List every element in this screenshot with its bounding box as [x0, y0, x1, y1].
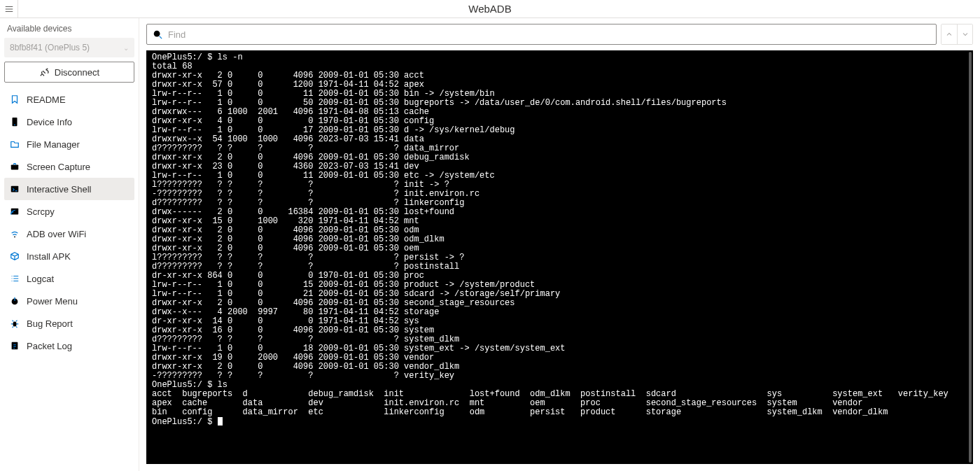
scrollbar-thumb[interactable]	[969, 52, 972, 463]
list-icon	[10, 274, 20, 283]
find-input-wrap[interactable]	[146, 24, 937, 45]
terminal[interactable]: OnePlus5:/ $ ls -n total 68 drwxr-xr-x 2…	[146, 50, 973, 464]
sidebar-item-adb-over-wifi[interactable]: ADB over WiFi	[4, 223, 134, 245]
terminal-icon	[10, 184, 20, 194]
svg-rect-3	[11, 186, 19, 192]
app-title: WebADB	[468, 3, 511, 15]
sidebar-item-readme[interactable]: README	[4, 88, 134, 111]
chevron-up-icon	[945, 30, 953, 38]
sidebar-item-logcat[interactable]: Logcat	[4, 267, 134, 290]
sidebar-item-screen-capture[interactable]: Screen Capture	[4, 155, 134, 178]
search-icon	[153, 29, 162, 39]
sidebar-item-device-info[interactable]: Device Info	[4, 111, 134, 133]
top-bar: WebADB	[0, 0, 980, 18]
hamburger-menu-button[interactable]	[0, 0, 18, 18]
cast-icon	[10, 206, 20, 216]
sidebar-item-label: Screen Capture	[27, 162, 90, 172]
device-selected-label: 8bfb8f41 (OnePlus 5)	[10, 43, 90, 52]
folder-icon	[10, 139, 20, 149]
sidebar-item-label: Scrcpy	[27, 206, 55, 217]
sidebar-item-label: Logcat	[27, 274, 54, 284]
sidebar-item-label: Interactive Shell	[27, 184, 92, 195]
sidebar-item-file-manager[interactable]: File Manager	[4, 133, 134, 155]
plug-disconnected-icon	[39, 67, 49, 77]
sidebar-item-label: ADB over WiFi	[27, 229, 86, 239]
device-selector[interactable]: 8bfb8f41 (OnePlus 5) ⌄	[4, 38, 134, 57]
sidebar-item-scrcpy[interactable]: Scrcpy	[4, 200, 134, 223]
sidebar-nav: READMEDevice InfoFile ManagerScreen Capt…	[4, 88, 134, 357]
find-nav	[941, 24, 973, 45]
bug-icon	[10, 318, 20, 328]
wifi-icon	[10, 229, 20, 239]
sidebar-item-label: Bug Report	[27, 318, 73, 329]
phone-icon	[10, 117, 20, 127]
svg-point-9	[154, 31, 160, 37]
terminal-scrollbar[interactable]	[969, 52, 972, 463]
find-next-button[interactable]	[957, 24, 972, 44]
package-icon	[10, 251, 20, 261]
find-input[interactable]	[168, 29, 930, 40]
find-prev-button[interactable]	[941, 24, 957, 44]
sidebar-item-label: Install APK	[27, 251, 71, 262]
svg-point-2	[13, 166, 16, 169]
sidebar-item-packet-log[interactable]: Packet Log	[4, 335, 134, 357]
menu-icon	[4, 4, 14, 14]
svg-point-5	[14, 237, 15, 238]
sidebar-item-label: Packet Log	[27, 341, 72, 351]
bookmark-icon	[10, 94, 20, 104]
sidebar-item-install-apk[interactable]: Install APK	[4, 245, 134, 267]
disconnect-button[interactable]: Disconnect	[4, 62, 134, 83]
disconnect-label: Disconnect	[55, 67, 99, 78]
sidebar-item-label: README	[27, 94, 66, 105]
power-icon	[10, 296, 20, 306]
terminal-cursor	[218, 417, 223, 426]
sidebar-item-label: File Manager	[27, 139, 80, 150]
log-icon	[10, 341, 20, 351]
svg-point-7	[13, 321, 16, 326]
camera-icon	[10, 162, 20, 171]
sidebar-item-label: Power Menu	[27, 296, 78, 307]
sidebar-item-bug-report[interactable]: Bug Report	[4, 312, 134, 335]
chevron-down-icon: ⌄	[123, 44, 129, 52]
find-bar	[146, 24, 973, 45]
sidebar-item-interactive-shell[interactable]: Interactive Shell	[4, 178, 134, 200]
sidebar-item-power-menu[interactable]: Power Menu	[4, 290, 134, 312]
sidebar-item-label: Device Info	[27, 117, 72, 127]
terminal-output: OnePlus5:/ $ ls -n total 68 drwxr-xr-x 2…	[152, 52, 948, 427]
main-panel: OnePlus5:/ $ ls -n total 68 drwxr-xr-x 2…	[139, 18, 980, 471]
sidebar: Available devices 8bfb8f41 (OnePlus 5) ⌄…	[0, 18, 139, 471]
sidebar-section-label: Available devices	[4, 24, 134, 38]
chevron-down-icon	[961, 30, 969, 38]
